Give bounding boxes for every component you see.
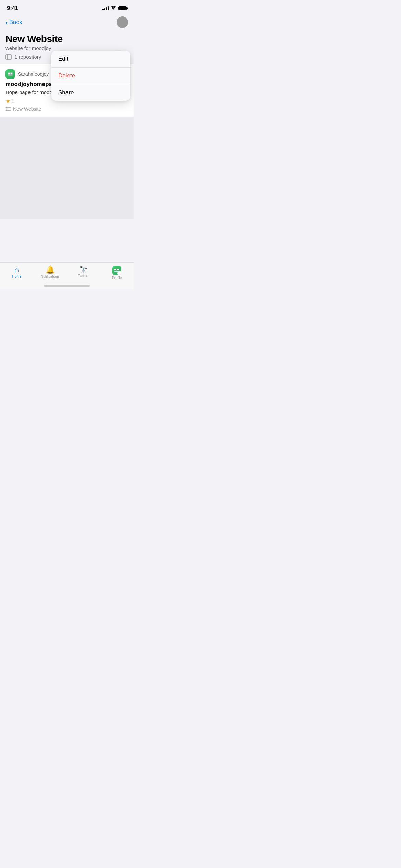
menu-item-edit[interactable]: Edit (51, 51, 130, 67)
context-menu: Edit Delete Share (51, 51, 130, 101)
menu-item-share[interactable]: Share (51, 84, 130, 101)
menu-item-delete[interactable]: Delete (51, 68, 130, 84)
context-menu-overlay[interactable]: Edit Delete Share (0, 0, 134, 289)
